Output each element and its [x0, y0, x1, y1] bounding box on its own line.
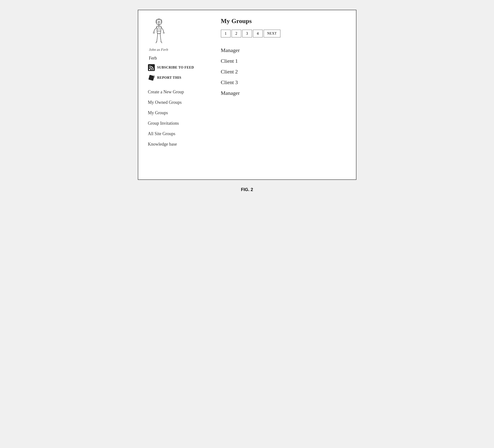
svg-rect-10 [158, 28, 160, 30]
page-btn-1[interactable]: 1 [221, 30, 231, 37]
nav-links: Create a New Group My Owned Groups My Gr… [148, 87, 206, 149]
pagination: 1 2 3 4 NEXT [221, 30, 346, 37]
nav-group-invitations[interactable]: Group Invitations [148, 118, 206, 128]
avatar-section: John as Ferb Ferb [148, 17, 206, 62]
svg-point-12 [149, 69, 150, 70]
report-label: REPORT THIS [157, 76, 182, 80]
group-item-client-2[interactable]: Client 2 [221, 66, 346, 77]
page-btn-2[interactable]: 2 [232, 30, 241, 37]
nav-knowledge-base[interactable]: Knowledge base [148, 139, 206, 149]
subscribe-label: SUBSCRIBE TO FEED [157, 66, 194, 70]
group-item-client-3[interactable]: Client 3 [221, 77, 346, 87]
nav-all-site-groups[interactable]: All Site Groups [148, 128, 206, 139]
avatar-figure [148, 17, 170, 47]
page-wrapper: John as Ferb Ferb SUBSCRIBE TO FEED [138, 10, 357, 192]
character-name: Ferb [149, 56, 157, 61]
groups-list: Manager Client 1 Client 2 Client 3 Manag… [221, 45, 346, 98]
nav-create-new-group[interactable]: Create a New Group [148, 87, 206, 97]
svg-point-2 [159, 21, 161, 23]
nav-my-owned-groups[interactable]: My Owned Groups [148, 97, 206, 107]
figure-caption: FIG. 2 [241, 187, 253, 192]
sidebar: John as Ferb Ferb SUBSCRIBE TO FEED [148, 17, 211, 167]
nav-my-groups[interactable]: My Groups [148, 107, 206, 118]
svg-point-9 [163, 32, 164, 34]
main-box: John as Ferb Ferb SUBSCRIBE TO FEED [138, 10, 357, 180]
main-content: My Groups 1 2 3 4 NEXT Manager Client 1 … [211, 17, 346, 167]
subscribe-feed-button[interactable]: SUBSCRIBE TO FEED [148, 64, 206, 71]
page-btn-next[interactable]: NEXT [264, 30, 280, 37]
group-item-manager-2[interactable]: Manager [221, 87, 346, 98]
page-title: My Groups [221, 17, 346, 25]
character-svg [148, 17, 170, 47]
rss-icon [148, 64, 155, 71]
svg-point-1 [157, 21, 159, 23]
report-this-button[interactable]: REPORT THIS [148, 75, 206, 81]
group-item-manager-1[interactable]: Manager [221, 45, 346, 55]
page-btn-3[interactable]: 3 [242, 30, 252, 37]
page-btn-4[interactable]: 4 [253, 30, 263, 37]
svg-rect-11 [148, 64, 155, 71]
report-icon [148, 75, 155, 81]
character-subtitle: John as Ferb [149, 48, 168, 52]
group-item-client-1[interactable]: Client 1 [221, 55, 346, 66]
